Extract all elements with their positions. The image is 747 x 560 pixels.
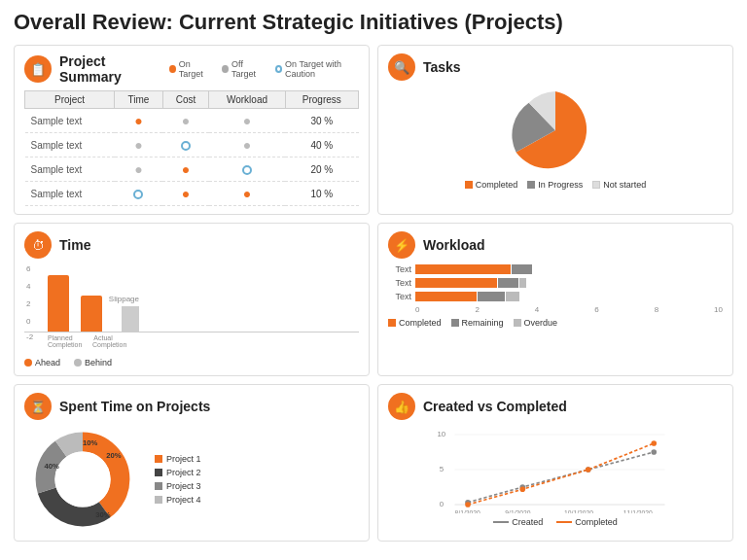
wl-overdue-label: Overdue: [524, 318, 558, 328]
workload-label-2: Text: [388, 278, 411, 288]
legend-on-target: On Target: [169, 59, 210, 79]
table-row: Sample text ● ● ● 30 %: [25, 109, 359, 133]
time-bars: Slippage: [24, 264, 359, 332]
col-progress: Progress: [285, 91, 358, 109]
notstarted-legend-box: [592, 181, 600, 189]
donut-legend: Project 1 Project 2 Project 3 Project 4: [155, 454, 201, 505]
svg-text:10/1/2020: 10/1/2020: [564, 509, 593, 513]
y-label-neg2: -2: [26, 332, 33, 341]
line-chart: 10 5 0 8/1/2020: [388, 426, 723, 513]
axis-actual: ActualCompletion: [92, 334, 114, 348]
ahead-label: Ahead: [35, 358, 60, 368]
row1-cost: ●: [162, 109, 209, 133]
workload-bar-row-2: Text: [388, 278, 723, 288]
legend-created: Created: [493, 517, 543, 527]
project-summary-legend: On Target Off Target On Target with Caut…: [169, 59, 359, 79]
project2-box: [155, 469, 162, 476]
row3-time: ●: [115, 158, 163, 182]
tasks-pie-container: Completed In Progress Not started: [388, 87, 723, 190]
time-card: ⏱ Time 6 4 2 0 -2 Slippage P: [14, 223, 370, 376]
table-row: Sample text ● ● 10 %: [25, 182, 359, 206]
slippage-bar: [122, 306, 139, 332]
svg-text:5: 5: [440, 465, 445, 473]
project3-legend: Project 3: [155, 481, 201, 491]
row2-progress: 40 %: [285, 133, 358, 158]
page-title: Overall Review: Current Strategic Initia…: [14, 10, 733, 35]
svg-text:20%: 20%: [106, 451, 122, 460]
svg-text:9/1/2020: 9/1/2020: [505, 509, 531, 513]
y-label-0: 0: [26, 317, 30, 326]
svg-point-4: [54, 451, 110, 507]
project3-box: [155, 482, 162, 490]
row4-time: [115, 182, 163, 206]
workload-remaining-3: [478, 292, 505, 301]
notstarted-legend-label: Not started: [603, 180, 646, 190]
wl-remaining-label: Remaining: [462, 318, 504, 328]
row3-workload: [209, 158, 285, 182]
row4-workload: ●: [209, 182, 285, 206]
row4-name: Sample text: [25, 182, 115, 206]
y-label-4: 4: [26, 282, 30, 291]
axis-0: 0: [415, 305, 419, 314]
created-vs-completed-card: 👍 Created vs Completed 10 5 0: [377, 384, 733, 542]
legend-completed: Completed: [465, 180, 518, 190]
row3-cost: ●: [162, 158, 209, 182]
project2-label: Project 2: [166, 468, 201, 477]
project4-box: [155, 496, 162, 504]
planned-bar-item: [48, 275, 69, 332]
svg-text:40%: 40%: [44, 462, 59, 471]
workload-remaining-1: [512, 264, 532, 274]
workload-label-1: Text: [388, 264, 411, 274]
off-target-label: Off Target: [231, 59, 264, 79]
workload-label-3: Text: [388, 292, 411, 301]
legend-ahead: Ahead: [24, 358, 60, 368]
table-row: Sample text ● ● 20 %: [25, 158, 359, 182]
workload-bar-chart: Text Text Text: [388, 264, 723, 328]
project4-legend: Project 4: [155, 495, 201, 505]
project2-legend: Project 2: [155, 468, 201, 477]
svg-text:30%: 30%: [95, 510, 111, 519]
tasks-pie-chart: [502, 87, 609, 174]
workload-icon: ⚡: [388, 231, 415, 259]
col-project: Project: [25, 91, 115, 109]
row4-cost: ●: [162, 182, 209, 206]
time-legend: Ahead Behind: [24, 358, 359, 368]
workload-track-3: [415, 292, 519, 301]
workload-card: ⚡ Workload Text Text: [377, 223, 733, 376]
workload-axis: 0 2 4 6 8 10: [415, 305, 723, 314]
col-cost: Cost: [162, 91, 209, 109]
spent-time-icon: ⏳: [24, 393, 52, 420]
created-legend-label: Created: [512, 517, 543, 527]
row1-time: ●: [115, 109, 163, 133]
tasks-title: Tasks: [423, 59, 461, 75]
line-chart-legend: Created Completed: [388, 517, 723, 527]
donut-chart: 40% 30% 20% 10%: [24, 426, 141, 533]
inprogress-legend-box: [527, 181, 535, 189]
actual-bar: [81, 296, 102, 332]
row2-time: ●: [115, 133, 163, 158]
svg-text:10%: 10%: [83, 438, 98, 447]
completed-line-legend-label: Completed: [575, 517, 618, 527]
svg-point-19: [465, 502, 471, 508]
spent-time-title: Spent Time on Projects: [59, 399, 210, 414]
axis-planned: PlannedCompletion: [48, 334, 69, 348]
time-axis-labels: PlannedCompletion ActualCompletion: [24, 334, 359, 348]
svg-point-20: [519, 486, 525, 492]
wl-remaining-box: [451, 319, 459, 327]
wl-legend-remaining: Remaining: [451, 318, 504, 328]
row1-progress: 30 %: [285, 109, 358, 133]
created-title: Created vs Completed: [423, 399, 567, 414]
svg-point-21: [586, 467, 591, 472]
svg-text:10: 10: [438, 430, 446, 438]
workload-bar-row-1: Text: [388, 264, 723, 274]
axis-10: 10: [714, 305, 723, 314]
legend-completed-line: Completed: [556, 517, 618, 527]
axis-6: 6: [594, 305, 598, 314]
svg-text:8/1/2020: 8/1/2020: [455, 509, 481, 513]
legend-caution: On Target with Caution: [275, 59, 359, 79]
inprogress-legend-label: In Progress: [538, 180, 583, 190]
tasks-icon: 🔍: [388, 53, 415, 81]
axis-4: 4: [535, 305, 539, 314]
col-time: Time: [115, 91, 163, 109]
planned-bar: [48, 275, 69, 332]
